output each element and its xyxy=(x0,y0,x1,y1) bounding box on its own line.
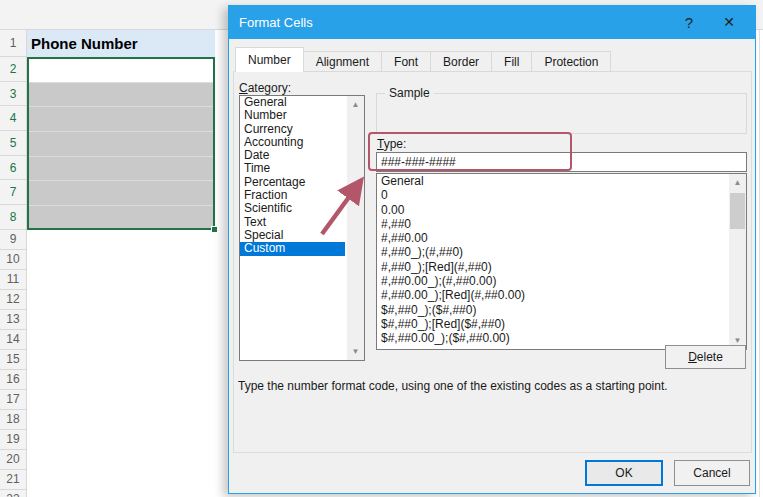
category-item[interactable]: Scientific xyxy=(240,202,345,215)
sample-label: Sample xyxy=(385,86,434,100)
row-header[interactable]: 6 xyxy=(0,156,26,181)
category-item[interactable]: Time xyxy=(240,162,345,175)
delete-button[interactable]: Delete xyxy=(665,345,746,369)
row-header[interactable]: 19 xyxy=(0,430,26,450)
row-header[interactable]: 3 xyxy=(0,82,26,107)
category-item[interactable]: Date xyxy=(240,149,345,162)
format-code-item[interactable]: #,##0_);(#,##0) xyxy=(377,245,746,259)
cell-a8[interactable] xyxy=(29,205,213,230)
type-label-accel: T xyxy=(377,137,384,151)
category-label: Category: xyxy=(239,81,291,95)
row-header-column: 12345678910111213141516171819202122 xyxy=(0,30,27,497)
cancel-button[interactable]: Cancel xyxy=(674,460,750,486)
category-scrollbar[interactable]: ▲ ▼ xyxy=(347,96,364,360)
format-list-scrollbar[interactable]: ▲ ▼ xyxy=(729,174,746,349)
category-item[interactable]: Number xyxy=(240,109,345,122)
category-item[interactable]: Percentage xyxy=(240,176,345,189)
row-header[interactable]: 13 xyxy=(0,310,26,330)
cell-a7[interactable] xyxy=(29,180,213,205)
tab[interactable]: Number xyxy=(235,47,304,72)
tab[interactable]: Protection xyxy=(532,51,611,72)
category-item[interactable]: Currency xyxy=(240,123,345,136)
row-header[interactable]: 22 xyxy=(0,490,26,497)
category-item[interactable]: Custom xyxy=(240,242,345,255)
selected-range[interactable] xyxy=(27,57,215,230)
category-item[interactable]: Text xyxy=(240,216,345,229)
format-code-item[interactable]: General xyxy=(377,174,746,188)
dialog-title: Format Cells xyxy=(239,6,313,39)
tab[interactable]: Border xyxy=(431,51,492,72)
category-items: GeneralNumberCurrencyAccountingDateTimeP… xyxy=(240,96,364,256)
ok-button[interactable]: OK xyxy=(585,460,663,486)
sample-groupbox: Sample xyxy=(376,93,747,134)
cell-a3[interactable] xyxy=(29,82,213,107)
row-header[interactable]: 10 xyxy=(0,250,26,270)
format-code-item[interactable]: $#,##0_);($#,##0) xyxy=(377,303,746,317)
row-header[interactable]: 11 xyxy=(0,270,26,290)
scroll-up-icon[interactable]: ▲ xyxy=(347,96,364,113)
format-code-item[interactable]: 0 xyxy=(377,188,746,202)
category-item[interactable]: Special xyxy=(240,229,345,242)
cell-a4[interactable] xyxy=(29,106,213,131)
fill-handle[interactable] xyxy=(211,226,218,233)
tab-strip: NumberAlignmentFontBorderFillProtection xyxy=(235,50,611,72)
tab[interactable]: Fill xyxy=(492,51,532,72)
row-header[interactable]: 18 xyxy=(0,410,26,430)
row-header[interactable]: 1 xyxy=(0,30,26,57)
tab[interactable]: Font xyxy=(382,51,431,72)
cell-a5[interactable] xyxy=(29,131,213,156)
row-header[interactable]: 7 xyxy=(0,180,26,205)
category-listbox: GeneralNumberCurrencyAccountingDateTimeP… xyxy=(239,95,365,361)
row-header[interactable]: 16 xyxy=(0,370,26,390)
delete-accel: D xyxy=(688,350,697,364)
format-code-items: General00.00#,##0#,##0.00#,##0_);(#,##0)… xyxy=(377,174,746,346)
format-code-listbox: General00.00#,##0#,##0.00#,##0_);(#,##0)… xyxy=(376,173,747,350)
format-code-item[interactable]: #,##0.00 xyxy=(377,231,746,245)
row-header[interactable]: 15 xyxy=(0,350,26,370)
format-code-item[interactable]: #,##0.00_);(#,##0.00) xyxy=(377,274,746,288)
scroll-down-icon[interactable]: ▼ xyxy=(347,343,364,360)
row-header[interactable]: 8 xyxy=(0,205,26,230)
category-item[interactable]: Fraction xyxy=(240,189,345,202)
delete-rest: elete xyxy=(697,350,723,364)
close-button[interactable]: ✕ xyxy=(712,6,746,39)
category-item[interactable]: Accounting xyxy=(240,136,345,149)
row-header[interactable]: 5 xyxy=(0,131,26,156)
cell-a2-active[interactable] xyxy=(29,59,213,82)
row-header[interactable]: 21 xyxy=(0,470,26,490)
category-label-accel: C xyxy=(239,81,248,95)
format-code-item[interactable]: #,##0_);[Red](#,##0) xyxy=(377,260,746,274)
help-button[interactable]: ? xyxy=(672,6,706,39)
category-label-rest: ategory: xyxy=(248,81,291,95)
format-code-item[interactable]: $#,##0.00_);($#,##0.00) xyxy=(377,331,746,345)
type-label-rest: ype: xyxy=(384,137,407,151)
row-header[interactable]: 14 xyxy=(0,330,26,350)
row-header[interactable]: 12 xyxy=(0,290,26,310)
category-item[interactable]: General xyxy=(240,96,345,109)
scrollbar-thumb[interactable] xyxy=(730,193,745,229)
row-header[interactable]: 2 xyxy=(0,57,26,82)
format-code-item[interactable]: #,##0.00_);[Red](#,##0.00) xyxy=(377,288,746,302)
type-input[interactable] xyxy=(376,152,747,172)
cell-a1[interactable]: Phone Number xyxy=(27,30,215,57)
cell-a6[interactable] xyxy=(29,156,213,181)
format-code-item[interactable]: $#,##0_);[Red]($#,##0) xyxy=(377,317,746,331)
row-header[interactable]: 4 xyxy=(0,106,26,131)
gridline xyxy=(759,30,760,497)
row-header[interactable]: 20 xyxy=(0,450,26,470)
tab[interactable]: Alignment xyxy=(304,51,382,72)
format-code-item[interactable]: 0.00 xyxy=(377,203,746,217)
row-header[interactable]: 17 xyxy=(0,390,26,410)
type-label: Type: xyxy=(377,137,406,151)
format-code-item[interactable]: #,##0 xyxy=(377,217,746,231)
row-header[interactable]: 9 xyxy=(0,230,26,250)
scroll-up-icon[interactable]: ▲ xyxy=(729,174,746,191)
format-cells-dialog: Format Cells ? ✕ NumberAlignmentFontBord… xyxy=(228,5,756,494)
dialog-help-text: Type the number format code, using one o… xyxy=(238,379,743,393)
dialog-titlebar[interactable]: Format Cells ? ✕ xyxy=(229,6,755,39)
